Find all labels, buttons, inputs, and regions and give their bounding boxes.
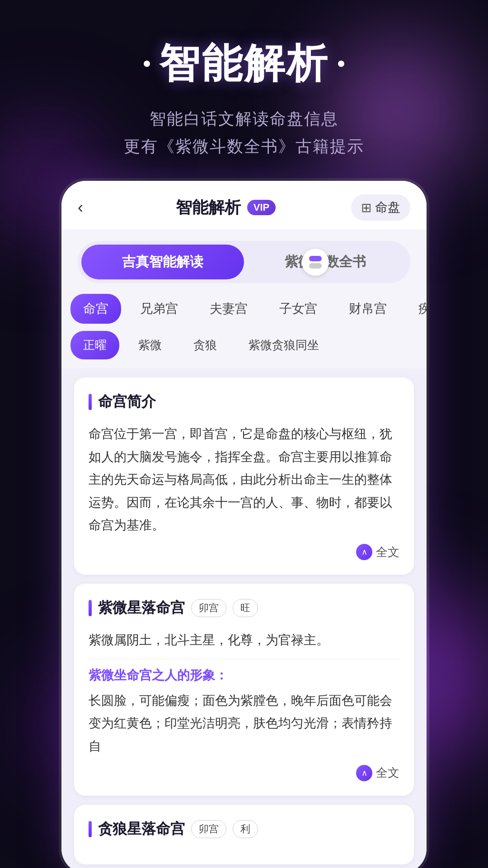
card2-read-more[interactable]: ∧ 全文 xyxy=(89,765,399,781)
card3-title: 贪狼星落命宫 xyxy=(98,819,185,839)
subtab-zhengyao[interactable]: 正曜 xyxy=(70,331,119,359)
read-more-label-2: 全文 xyxy=(376,765,399,781)
card2-accent-bar xyxy=(89,600,92,616)
card2-divider xyxy=(89,659,399,660)
subtitle: 智能白话文解读命盘信息 更有《紫微斗数全书》古籍提示 xyxy=(124,105,364,160)
card1-accent-bar xyxy=(89,394,92,410)
subtab-ziwei-tanlang[interactable]: 紫微贪狼同坐 xyxy=(236,331,332,359)
toggle-area: 吉真智能解读 紫微斗数全书 xyxy=(61,230,427,294)
card3-accent-bar xyxy=(89,821,92,837)
read-more-label-1: 全文 xyxy=(376,544,399,560)
title-dot-left xyxy=(144,61,150,67)
card2-title: 紫微星落命宫 xyxy=(98,598,185,618)
card2-title-row: 紫微星落命宫 卯宫 旺 xyxy=(89,598,399,618)
app-nav-title: 智能解析 xyxy=(176,197,241,219)
header-title-area: 智能解析 VIP xyxy=(176,197,276,219)
tab-xiongdigong[interactable]: 兄弟宫 xyxy=(127,294,191,324)
title-dot-right xyxy=(338,61,344,67)
subtitle-line1: 智能白话文解读命盘信息 xyxy=(124,105,364,132)
card1-read-more[interactable]: ∧ 全文 xyxy=(89,544,399,560)
card2-badge-maogong: 卯宫 xyxy=(191,599,226,617)
content-area: 命宫简介 命宫位于第一宫，即首宫，它是命盘的核心与枢纽，犹如人的大脑发号施令，指… xyxy=(61,368,427,868)
card1-title: 命宫简介 xyxy=(98,392,156,412)
phone-mockup: ‹ 智能解析 VIP ⊞ 命盘 吉真智能解读 紫微 xyxy=(59,178,429,868)
tab-zinugong[interactable]: 子女宫 xyxy=(267,294,330,324)
sub-tabs: 正曜 紫微 贪狼 紫微贪狼同坐 xyxy=(61,331,427,368)
subtab-ziwei[interactable]: 紫微 xyxy=(126,331,174,359)
mingpan-icon: ⊞ xyxy=(361,200,371,215)
card2-body-link: 长圆脸，可能偏瘦；面色为紫膛色，晚年后面色可能会变为红黄色；印堂光洁明亮，肤色均… xyxy=(89,689,399,758)
card2-body-plain: 紫微属阴土，北斗主星，化尊，为官禄主。 xyxy=(89,629,399,651)
back-button[interactable]: ‹ xyxy=(78,198,100,217)
toggle-container: 吉真智能解读 紫微斗数全书 xyxy=(78,241,410,283)
mingpan-button[interactable]: ⊞ 命盘 xyxy=(351,194,410,221)
category-tabs: 命宫 兄弟宫 夫妻宫 子女宫 财帛宫 疾 xyxy=(61,294,427,331)
app-header: ‹ 智能解析 VIP ⊞ 命盘 xyxy=(61,181,427,230)
card1-title-row: 命宫简介 xyxy=(89,392,399,412)
tab-fuqigong[interactable]: 夫妻宫 xyxy=(197,294,260,324)
subtab-tanlang[interactable]: 贪狼 xyxy=(181,331,230,359)
tab-ji[interactable]: 疾 xyxy=(406,294,427,324)
vip-badge: VIP xyxy=(247,200,276,215)
tab-caibogong[interactable]: 财帛宫 xyxy=(336,294,399,324)
card3-title-row: 贪狼星落命宫 卯宫 利 xyxy=(89,819,399,839)
toggle-circle-top xyxy=(309,256,322,261)
card-mingong-jianjie: 命宫简介 命宫位于第一宫，即首宫，它是命盘的核心与枢纽，犹如人的大脑发号施令，指… xyxy=(74,377,414,575)
card2-link-text: 紫微坐命宫之人的形象： xyxy=(89,667,399,684)
read-more-icon-2: ∧ xyxy=(356,765,372,781)
phone-inner: ‹ 智能解析 VIP ⊞ 命盘 吉真智能解读 紫微 xyxy=(61,181,427,868)
mingpan-label: 命盘 xyxy=(375,199,400,216)
card3-badge-li: 利 xyxy=(233,820,258,838)
page-wrapper: 智能解析 智能白话文解读命盘信息 更有《紫微斗数全书》古籍提示 ‹ 智能解析 V… xyxy=(0,0,488,868)
card2-badge-wang: 旺 xyxy=(233,599,258,617)
toggle-circle-divider xyxy=(302,249,329,276)
subtitle-line2: 更有《紫微斗数全书》古籍提示 xyxy=(124,132,364,160)
page-title: 智能解析 xyxy=(159,36,329,91)
toggle-circle-bottom xyxy=(309,263,322,269)
tab-mingong[interactable]: 命宫 xyxy=(70,294,121,324)
read-more-icon-1: ∧ xyxy=(356,544,372,560)
card3-badge-maogong: 卯宫 xyxy=(191,820,226,838)
title-row: 智能解析 xyxy=(144,36,344,91)
card-ziwei-luoming: 紫微星落命宫 卯宫 旺 紫微属阴土，北斗主星，化尊，为官禄主。 紫微坐命宫之人的… xyxy=(74,584,414,796)
card1-body: 命宫位于第一宫，即首宫，它是命盘的核心与枢纽，犹如人的大脑发号施令，指挥全盘。命… xyxy=(89,423,399,537)
toggle-left[interactable]: 吉真智能解读 xyxy=(81,245,244,279)
header-section: 智能解析 智能白话文解读命盘信息 更有《紫微斗数全书》古籍提示 xyxy=(0,36,488,160)
card-tanlang-luoming: 贪狼星落命宫 卯宫 利 xyxy=(74,805,414,864)
